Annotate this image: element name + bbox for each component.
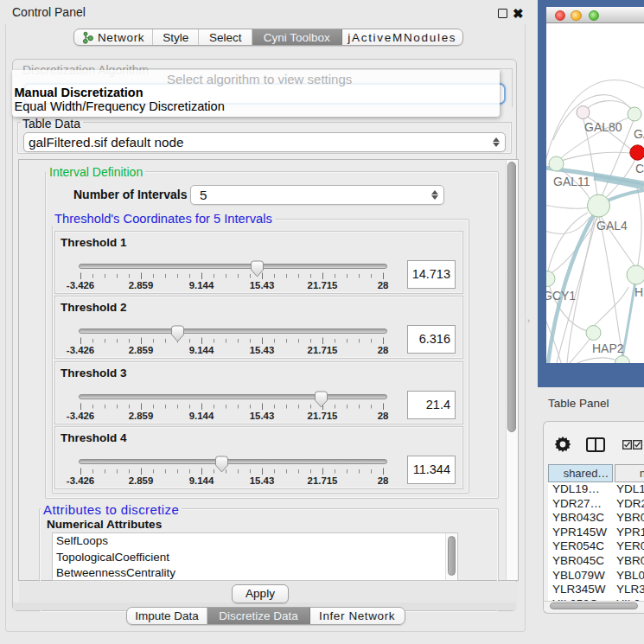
svg-text:GAL80: GAL80 [584, 120, 622, 134]
svg-text:CDC2: CDC2 [635, 162, 644, 175]
svg-text:HAP2: HAP2 [592, 341, 624, 355]
svg-text:GAL4: GAL4 [596, 219, 628, 233]
svg-text:GAL2: GAL2 [634, 127, 644, 141]
svg-text:GAL11: GAL11 [553, 175, 590, 188]
svg-text:HIS4: HIS4 [634, 285, 644, 299]
svg-text:GCY1: GCY1 [546, 289, 576, 303]
